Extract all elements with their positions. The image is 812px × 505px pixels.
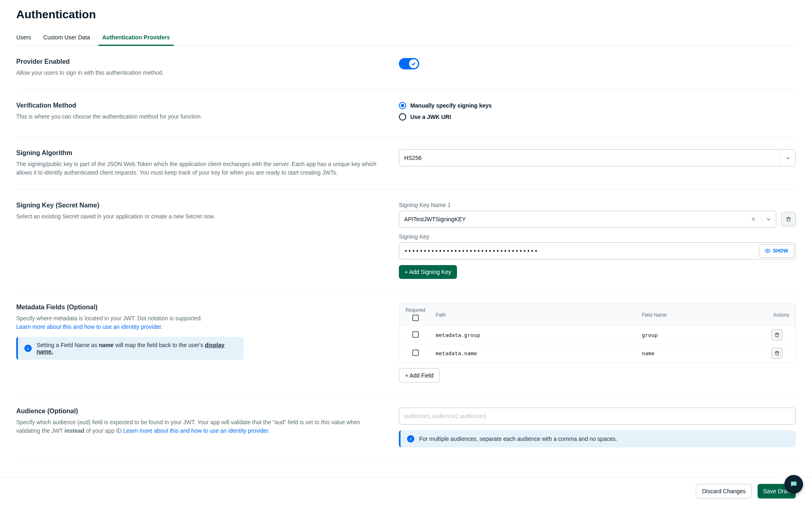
tab-users[interactable]: Users	[16, 29, 31, 45]
discard-changes-button[interactable]: Discard Changes	[696, 484, 751, 499]
verification-method-title: Verification Method	[16, 102, 383, 109]
col-field-name: Field Name	[638, 304, 767, 326]
audience-learn-more-link[interactable]: Learn more about this and how to use an …	[123, 427, 270, 434]
info-icon: i	[407, 435, 414, 442]
table-row: metadata.group group	[399, 326, 795, 344]
trash-icon	[775, 332, 780, 337]
metadata-info-banner: i Setting a Field Name as name will map …	[16, 337, 244, 360]
signing-key-name-label: Signing Key Name 1	[399, 202, 796, 208]
chat-icon	[790, 480, 798, 488]
signing-algorithm-title: Signing Algorithm	[16, 149, 383, 157]
delete-signing-key-button[interactable]	[781, 212, 796, 227]
signing-key-value-label: Signing Key	[399, 233, 796, 240]
radio-icon	[399, 113, 406, 121]
help-fab[interactable]	[784, 475, 803, 494]
eye-icon	[765, 248, 771, 254]
delete-row-button[interactable]	[771, 329, 783, 341]
metadata-fields-desc: Specify where metadata is located in you…	[16, 315, 202, 322]
signing-key-name-select[interactable]: APITestJWTSigningKEY ✕	[399, 211, 776, 228]
tab-authentication-providers[interactable]: Authentication Providers	[102, 29, 170, 45]
svg-point-0	[767, 250, 769, 252]
signing-key-value-input[interactable]: •••••••••••••••••••••••••••••••••••	[399, 242, 796, 259]
metadata-fields-title: Metadata Fields (Optional)	[16, 304, 383, 311]
verification-method-desc: This is where you can choose the authent…	[16, 112, 383, 121]
col-path: Path	[431, 304, 637, 326]
col-actions: Actions	[767, 304, 796, 326]
provider-enabled-toggle[interactable]	[399, 58, 419, 69]
check-icon	[409, 59, 418, 68]
required-checkbox[interactable]	[412, 331, 419, 338]
radio-manual-keys[interactable]: Manually specify signing keys	[399, 102, 796, 109]
radio-jwk-uri[interactable]: Use a JWK URI	[399, 113, 796, 121]
col-required: Required	[399, 304, 431, 326]
chevron-down-icon	[761, 217, 771, 222]
table-row: metadata.name name	[399, 344, 795, 363]
tabs-bar: Users Custom User Data Authentication Pr…	[16, 29, 796, 46]
trash-icon	[786, 217, 791, 222]
page-title: Authentication	[16, 8, 796, 21]
signing-key-desc: Select an existing Secret saved in your …	[16, 212, 383, 221]
provider-enabled-desc: Allow your users to sign in with this au…	[16, 69, 383, 77]
clear-icon[interactable]: ✕	[751, 216, 756, 222]
metadata-table: Required Path Field Name Actions metadat…	[399, 304, 796, 363]
footer-bar: Discard Changes Save Draft	[0, 477, 812, 505]
metadata-learn-more-link[interactable]: Learn more about this and how to use an …	[16, 324, 162, 330]
show-key-button[interactable]: SHOW	[759, 244, 794, 258]
signing-algorithm-select[interactable]: HS256	[399, 149, 796, 166]
required-checkbox-all[interactable]	[412, 315, 419, 321]
chevron-down-icon	[780, 150, 790, 166]
tab-custom-user-data[interactable]: Custom User Data	[43, 29, 90, 45]
trash-icon	[775, 351, 780, 356]
provider-enabled-title: Provider Enabled	[16, 58, 383, 65]
radio-icon	[399, 102, 406, 109]
audience-title: Audience (Optional)	[16, 408, 383, 415]
signing-algorithm-desc: The signing/public key is part of the JS…	[16, 160, 383, 177]
required-checkbox[interactable]	[412, 350, 419, 356]
add-signing-key-button[interactable]: + Add Signing Key	[399, 265, 457, 279]
audience-input[interactable]: audience1,audience2,audience3	[399, 408, 796, 425]
signing-key-title: Signing Key (Secret Name)	[16, 202, 383, 209]
info-icon: i	[24, 345, 32, 352]
delete-row-button[interactable]	[771, 347, 783, 359]
add-field-button[interactable]: + Add Field	[399, 368, 440, 383]
audience-info-banner: i For multiple audiences, separate each …	[399, 430, 796, 447]
